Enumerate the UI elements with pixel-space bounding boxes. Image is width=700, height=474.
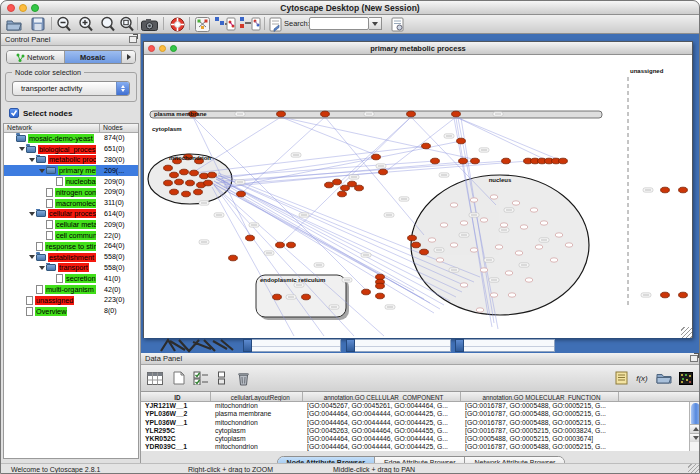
selected-node[interactable] [164, 165, 173, 171]
selected-node[interactable] [422, 143, 431, 149]
column-header-region[interactable]: _cellularLayoutRegion [211, 392, 303, 401]
zoom-selected-icon[interactable] [118, 16, 136, 32]
unselected-node[interactable] [525, 278, 533, 282]
expander-arrow-icon[interactable] [37, 169, 46, 173]
selected-node[interactable] [420, 249, 429, 255]
background-window-fragment[interactable] [243, 339, 341, 352]
selected-node[interactable] [661, 292, 670, 298]
delete-attribute-trash-icon[interactable] [233, 368, 253, 388]
tree-row-response-to-stimulu[interactable]: response to stimulu264(0) [4, 241, 138, 252]
vizmapper-icon[interactable] [267, 16, 285, 32]
import-attributes-folder-icon[interactable] [654, 368, 674, 388]
background-window-network-scribble[interactable] [159, 338, 237, 353]
table-row[interactable]: YKR052Ccytoplasm[GO:0044464, GO:0044446,… [141, 435, 700, 443]
select-attributes-icon[interactable] [191, 368, 211, 388]
selected-node[interactable] [679, 292, 688, 298]
unselected-node[interactable] [450, 243, 458, 247]
background-window-fragment[interactable] [455, 339, 555, 352]
unselected-node[interactable] [505, 271, 513, 275]
column-header-id[interactable]: ID [141, 392, 211, 401]
background-window-titlebar[interactable] [346, 339, 355, 352]
zoom-out-icon[interactable] [55, 16, 73, 32]
table-row[interactable]: YJR121W__1mitochondrion[GO:0045267, GO:0… [141, 402, 700, 410]
network-window-titlebar[interactable]: primary metabolic process [144, 42, 692, 55]
unselected-node[interactable] [512, 201, 520, 205]
table-row[interactable]: YPL036W__2plasma membrane[GO:0044464, GO… [141, 410, 700, 418]
tree-row-primary-metabol[interactable]: primary metabol209(... [4, 165, 138, 176]
open-session-icon[interactable] [5, 16, 23, 32]
tree-row-unassigned[interactable]: unassigned223(0) [4, 295, 138, 306]
network-edge[interactable] [193, 117, 366, 290]
heatmap-matrix-icon[interactable] [676, 368, 696, 388]
tree-row-cell-communicat[interactable]: cell communicat22(0) [4, 230, 138, 241]
tab-network[interactable]: Network [7, 51, 65, 63]
selected-node[interactable] [376, 293, 385, 299]
selected-node[interactable] [379, 169, 388, 175]
help-lifering-icon[interactable] [168, 16, 186, 32]
selected-node[interactable] [170, 189, 179, 195]
expander-arrow-icon[interactable] [27, 255, 36, 259]
unselected-node[interactable] [480, 218, 488, 222]
selected-node[interactable] [204, 180, 213, 186]
network-edge[interactable] [281, 117, 473, 159]
notes-icon[interactable] [611, 368, 631, 388]
network-graph[interactable]: plasma membranecytoplasmmitochondrionnuc… [144, 55, 692, 338]
tree-row-nucleobase-[interactable]: nucleobase-209(0) [4, 176, 138, 187]
expander-arrow-icon[interactable] [27, 212, 36, 216]
unselected-node[interactable] [428, 238, 436, 242]
selected-node[interactable] [180, 169, 189, 175]
unselected-node[interactable] [535, 245, 543, 249]
unselected-node[interactable] [550, 258, 558, 262]
app-resize-grip[interactable] [688, 464, 699, 474]
selected-node[interactable] [412, 242, 421, 248]
app-titlebar[interactable]: Cytoscape Desktop (New Session) [1, 1, 699, 15]
selected-node[interactable] [355, 185, 364, 191]
zoom-fit-icon[interactable] [99, 16, 117, 32]
apply-layout-alt-icon[interactable] [238, 16, 262, 32]
tab-overflow-button[interactable] [122, 51, 135, 63]
selected-node[interactable] [661, 187, 670, 193]
unselected-node[interactable] [515, 251, 523, 255]
snapshot-camera-icon[interactable] [140, 16, 158, 32]
selected-node[interactable] [407, 111, 416, 117]
background-window-titlebar[interactable] [243, 339, 252, 352]
attribute-select-table-icon[interactable] [145, 368, 165, 388]
network-edge[interactable] [456, 117, 548, 161]
unselected-node[interactable] [440, 223, 448, 227]
unselected-node[interactable] [490, 195, 498, 199]
selected-node[interactable] [459, 158, 468, 164]
selected-node[interactable] [302, 294, 311, 300]
network-edge[interactable] [281, 117, 376, 155]
tab-mosaic[interactable]: Mosaic [65, 51, 123, 63]
selected-node[interactable] [471, 158, 480, 164]
tree-row-biological-process[interactable]: biological_process651(0) [4, 144, 138, 155]
selected-node[interactable] [452, 111, 461, 117]
scroll-down-arrow-icon[interactable] [690, 433, 700, 442]
selected-node[interactable] [679, 187, 688, 193]
selected-node[interactable] [287, 242, 296, 248]
expander-arrow-icon[interactable] [17, 147, 26, 151]
selected-node[interactable] [170, 172, 179, 178]
selected-node[interactable] [277, 111, 286, 117]
selected-node[interactable] [186, 180, 195, 186]
selected-node[interactable] [273, 294, 282, 300]
create-view-icon[interactable] [193, 16, 211, 32]
selected-node[interactable] [229, 255, 238, 261]
tree-row-metabolic-process[interactable]: metabolic process280(0) [4, 155, 138, 166]
search-dropdown-button[interactable] [369, 17, 382, 30]
selected-node[interactable] [376, 283, 385, 289]
tree-row-secretion[interactable]: secretion41(0) [4, 273, 138, 284]
node-color-dropdown[interactable]: transporter activity [12, 81, 130, 96]
window-resize-grip[interactable] [681, 327, 692, 338]
unselected-node[interactable] [540, 221, 548, 225]
search-input[interactable] [309, 17, 369, 30]
tree-row-overview[interactable]: Overview8(0) [4, 306, 138, 317]
network-edge[interactable] [214, 161, 435, 177]
formula-fx-icon[interactable]: f(x) [632, 368, 652, 388]
create-attribute-icon[interactable] [169, 368, 189, 388]
select-nodes-checkbox[interactable] [9, 108, 19, 118]
plasma-membrane-region[interactable] [150, 111, 602, 118]
tree-row-cellular-process[interactable]: cellular process614(0) [4, 209, 138, 220]
unselected-node[interactable] [508, 293, 516, 297]
selected-node[interactable] [333, 179, 342, 185]
